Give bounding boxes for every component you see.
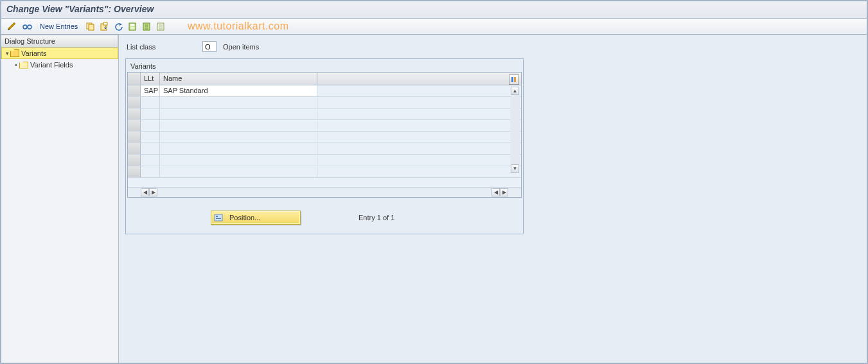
tree-bullet-icon: • (13, 61, 19, 69)
tree-node-label: Variants (21, 49, 47, 57)
cell-llt[interactable] (141, 97, 160, 108)
cell-llt[interactable] (141, 166, 160, 177)
application-toolbar: New Entries www.tutorialkart.com (1, 19, 867, 35)
row-selector[interactable] (128, 85, 141, 96)
table-row-empty[interactable] (128, 108, 521, 120)
table-row-empty[interactable] (128, 120, 521, 132)
row-selector[interactable] (128, 166, 141, 177)
col-header-llt[interactable]: LLt (141, 73, 160, 85)
svg-rect-7 (130, 24, 134, 26)
horizontal-scrollbar[interactable]: ◀ ▶ ◀ ▶ (128, 187, 521, 197)
cell-llt[interactable] (141, 143, 160, 154)
pencil-check-icon[interactable] (5, 21, 18, 32)
row-selector[interactable] (128, 132, 141, 143)
scroll-right-icon[interactable]: ▶ (500, 188, 508, 196)
list-class-input[interactable] (202, 41, 217, 52)
paste-icon[interactable] (98, 21, 110, 32)
table-row-empty[interactable] (128, 155, 521, 166)
table-row-empty[interactable] (128, 97, 521, 108)
table-row[interactable]: SAPSAP Standard (128, 85, 521, 97)
row-selector[interactable] (128, 143, 141, 154)
list-class-label: List class (125, 43, 196, 51)
svg-rect-13 (215, 214, 222, 221)
cell-name[interactable] (160, 166, 317, 177)
scroll-right-step-icon[interactable]: ▶ (149, 188, 157, 196)
position-button[interactable]: Position... (211, 211, 301, 225)
undo-icon[interactable] (112, 21, 124, 32)
svg-rect-3 (89, 24, 94, 30)
row-selector[interactable] (128, 97, 141, 108)
table-row-empty[interactable] (128, 132, 521, 143)
svg-point-0 (23, 25, 27, 29)
cell-name[interactable]: SAP Standard (160, 85, 317, 96)
cell-name[interactable] (160, 108, 317, 119)
copy-icon[interactable] (84, 21, 96, 32)
tree-expand-icon[interactable]: ▾ (4, 50, 10, 56)
folder-closed-icon (19, 62, 28, 69)
cell-llt[interactable] (141, 155, 160, 166)
svg-rect-12 (514, 77, 516, 82)
svg-rect-11 (511, 77, 513, 82)
watermark-text: www.tutorialkart.com (188, 21, 289, 32)
cell-name[interactable] (160, 132, 317, 143)
dialog-structure-tree: ▾ Variants • Variant Fields (1, 48, 118, 363)
cell-llt[interactable] (141, 132, 160, 143)
table-settings-icon[interactable] (509, 74, 519, 85)
list-class-row: List class Open items (125, 39, 860, 58)
scroll-down-icon[interactable]: ▼ (511, 164, 519, 173)
table-row-empty[interactable] (128, 143, 521, 155)
glasses-icon[interactable] (21, 21, 33, 32)
main-content: List class Open items Variants LLt Name (119, 35, 867, 363)
dialog-structure-panel: Dialog Structure ▾ Variants • Variant Fi… (1, 35, 119, 363)
page-title: Change View "Variants": Overview (1, 1, 867, 19)
entry-counter: Entry 1 of 1 (359, 214, 394, 221)
row-selector[interactable] (128, 155, 141, 166)
svg-rect-14 (216, 216, 218, 217)
position-icon (214, 213, 223, 222)
table-row-empty[interactable] (128, 166, 521, 178)
svg-rect-15 (216, 218, 221, 219)
vertical-scrollbar[interactable]: ▲ ▼ (510, 87, 520, 173)
cell-llt[interactable] (141, 120, 160, 131)
cell-name[interactable] (160, 97, 317, 108)
folder-open-icon (10, 49, 19, 57)
dialog-structure-header: Dialog Structure (1, 35, 118, 48)
cell-name[interactable] (160, 120, 317, 131)
row-selector-header[interactable] (128, 73, 141, 85)
tree-node-variant-fields[interactable]: • Variant Fields (1, 59, 118, 71)
svg-rect-8 (130, 27, 134, 30)
table-header: LLt Name (128, 73, 521, 85)
tree-node-label: Variant Fields (30, 61, 73, 69)
list-class-description: Open items (223, 43, 259, 51)
scroll-left-step-icon[interactable]: ◀ (492, 188, 500, 196)
variants-title: Variants (127, 60, 522, 72)
variants-groupbox: Variants LLt Name SAPSAP Standard (125, 58, 524, 234)
row-selector[interactable] (128, 120, 141, 131)
position-button-label: Position... (229, 214, 260, 221)
scroll-up-icon[interactable]: ▲ (511, 87, 519, 95)
variants-table: LLt Name SAPSAP Standard ▲ ▼ (127, 72, 522, 198)
cell-name[interactable] (160, 155, 317, 166)
select-all-icon[interactable] (141, 21, 152, 32)
cell-llt[interactable] (141, 108, 160, 119)
row-selector[interactable] (128, 108, 141, 119)
svg-rect-5 (103, 22, 107, 25)
tree-node-variants[interactable]: ▾ Variants (1, 48, 118, 59)
svg-point-1 (28, 25, 31, 29)
deselect-all-icon[interactable] (155, 21, 166, 32)
cell-name[interactable] (160, 143, 317, 154)
new-entries-button[interactable]: New Entries (36, 21, 82, 32)
col-header-name[interactable]: Name (160, 73, 317, 85)
scroll-left-icon[interactable]: ◀ (141, 188, 149, 196)
save-variant-icon[interactable] (127, 21, 138, 32)
cell-llt[interactable]: SAP (141, 85, 160, 96)
